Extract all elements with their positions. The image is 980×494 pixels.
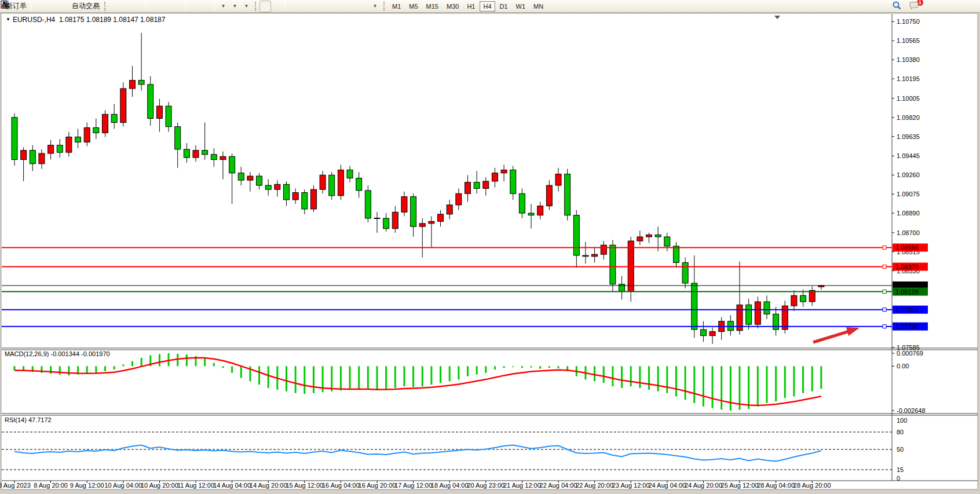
timeframe-button-H4[interactable]: H4	[480, 1, 495, 12]
candle	[565, 174, 571, 215]
vertical-line-tool-button[interactable]	[288, 1, 299, 12]
candle	[546, 185, 552, 206]
candle	[275, 184, 280, 189]
auto-scroll-button[interactable]	[189, 1, 200, 12]
candle	[30, 151, 35, 164]
date-label: 8 Aug 20:00	[34, 482, 68, 489]
zoom-in-button[interactable]	[149, 1, 160, 12]
price-tick-label: 1.09820	[897, 114, 920, 121]
timeframe-button-W1[interactable]: W1	[513, 1, 529, 12]
price-line-handle[interactable]	[883, 325, 886, 328]
bar-chart-button[interactable]	[109, 1, 120, 12]
candlestick-chart-button[interactable]	[120, 1, 132, 12]
chart-title: ▼EURUSD-,H4 1.08175 1.08189 1.08147 1.08…	[6, 16, 165, 24]
price-line-label: 1.08128	[895, 288, 919, 295]
price-tick-label: 1.09445	[897, 152, 920, 159]
chart-symbol-title: EURUSD-,H4	[13, 16, 55, 24]
candle	[592, 254, 598, 257]
price-tick-label: 1.09260	[897, 171, 920, 178]
price-line-handle[interactable]	[883, 308, 886, 312]
candle	[610, 245, 616, 284]
channel-tool-button[interactable]: E	[323, 1, 334, 12]
timeframe-button-M1[interactable]: M1	[389, 1, 404, 12]
price-tick-label: 1.10565	[897, 37, 920, 44]
price-line-label: 1.07953	[895, 306, 919, 313]
candle	[284, 184, 290, 200]
candle	[347, 170, 353, 178]
rsi-axis-label: 50	[897, 446, 904, 453]
timeframe-button-H1[interactable]: H1	[463, 1, 478, 12]
rsi-axis-label: 80	[897, 429, 904, 436]
candle	[537, 206, 543, 215]
pointer-tool-button[interactable]	[259, 1, 271, 12]
macd-axis-label: 0.00	[897, 363, 909, 369]
candle	[682, 262, 688, 283]
candle	[501, 170, 507, 173]
toolbar-drag-handle[interactable]	[383, 2, 385, 11]
candle	[111, 114, 117, 122]
tile-windows-button[interactable]	[172, 1, 184, 12]
horizontal-line-tool-button[interactable]	[299, 1, 311, 12]
chart-canvas[interactable]: 1.107501.105651.103801.101951.100051.098…	[0, 0, 980, 494]
crosshair-tool-button[interactable]	[271, 1, 283, 12]
search-button[interactable]	[892, 1, 904, 12]
candle	[320, 175, 326, 189]
candle	[573, 215, 579, 255]
date-label: 14 Aug 20:00	[250, 482, 287, 489]
date-label: 15 Aug 12:00	[286, 482, 323, 489]
trendline-tool-button[interactable]	[311, 1, 323, 12]
text-label-tool-button[interactable]: T	[357, 1, 369, 12]
candle	[138, 80, 144, 85]
timeframe-button-MN[interactable]: MN	[530, 1, 547, 12]
zoom-out-button[interactable]	[160, 1, 172, 12]
price-line-handle[interactable]	[883, 290, 886, 294]
periods-caret-icon: ▼	[233, 3, 237, 9]
notifications-button[interactable]: 1	[908, 1, 920, 12]
fibonacci-tool-button[interactable]: F	[334, 1, 346, 12]
date-label: 23 Aug 12:00	[612, 482, 650, 489]
price-line-handle[interactable]	[883, 265, 886, 269]
candle	[429, 221, 434, 224]
date-label: 8 Aug 2023	[0, 482, 31, 489]
rsi-indicator-label: RSI(14) 47.7172	[5, 416, 52, 423]
price-tick-label: 1.10005	[897, 95, 920, 102]
candle	[392, 212, 398, 228]
line-chart-button[interactable]	[132, 1, 144, 12]
chart-menu-triangle-icon[interactable]: ▼	[6, 17, 10, 22]
chart-shift-button[interactable]	[200, 1, 212, 12]
candle	[474, 182, 480, 189]
candle	[492, 173, 498, 181]
rsi-axis-label: 15	[897, 466, 904, 473]
candle	[148, 85, 153, 119]
timeframe-button-M15[interactable]: M15	[423, 1, 442, 12]
timeframe-button-M30[interactable]: M30	[443, 1, 462, 12]
indicators-button[interactable]: ▼	[217, 1, 229, 12]
auto-trading-button[interactable]: 自动交易	[68, 1, 101, 12]
candle	[637, 237, 643, 241]
candle	[338, 170, 343, 195]
candle	[356, 178, 362, 191]
market-watch-button[interactable]	[34, 1, 45, 12]
data-window-button[interactable]	[45, 1, 57, 12]
candle	[229, 156, 235, 173]
price-line-handle[interactable]	[883, 246, 886, 249]
navigator-button[interactable]	[57, 1, 68, 12]
candle	[39, 153, 45, 164]
toolbar-drag-handle[interactable]	[255, 2, 257, 11]
candle	[655, 235, 661, 237]
arrows-tool-button[interactable]: ▼	[369, 1, 381, 12]
toolbar-drag-handle[interactable]	[104, 2, 106, 11]
candle	[238, 173, 244, 180]
text-tool-button[interactable]: A	[346, 1, 357, 12]
timeframe-button-M5[interactable]: M5	[405, 1, 421, 12]
candle	[84, 127, 90, 142]
candle	[764, 302, 770, 314]
candle	[791, 295, 797, 306]
candle	[202, 151, 208, 155]
candle	[302, 193, 308, 209]
macd-axis-label: -0.002648	[897, 407, 926, 414]
periods-button[interactable]: ▼	[229, 1, 240, 12]
candle	[211, 155, 217, 160]
templates-button[interactable]: ▼	[240, 1, 252, 12]
timeframe-button-D1[interactable]: D1	[496, 1, 511, 12]
